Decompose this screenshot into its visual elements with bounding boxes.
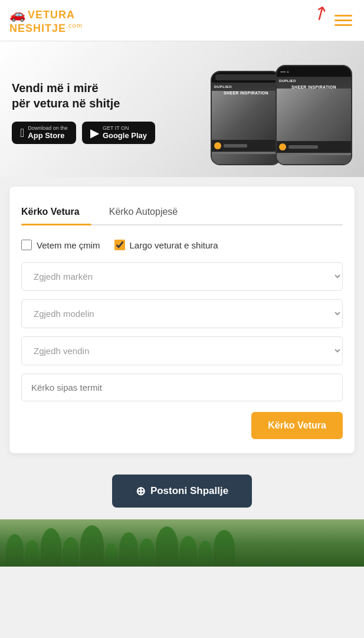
tree-10 (179, 536, 197, 567)
checkboxes-row: Vetem me çmim Largo veturat e shitura (21, 240, 343, 250)
logo-car-row: 🚗 VETURA (9, 7, 75, 22)
checkbox-vetem-me-cmim[interactable]: Vetem me çmim (21, 240, 100, 250)
tree-1 (6, 534, 24, 567)
phone-content-front: DUPLIEO SHEER INSPIRATION (277, 77, 351, 164)
bottom-landscape (0, 519, 364, 567)
car-icon: 🚗 (9, 7, 25, 22)
hamburger-line-3 (335, 24, 352, 26)
phone-back: DUPLIEO SHEER INSPIRATION (211, 71, 281, 165)
checkbox-vetem-me-cmim-label: Vetem me çmim (37, 240, 100, 250)
hamburger-line-1 (335, 15, 352, 17)
search-tabs: Kërko Vetura Kërko Autopjesë (21, 201, 343, 225)
post-shpallje-button[interactable]: ⊕ Postoni Shpallje (112, 475, 252, 508)
phone-user-row (212, 140, 280, 152)
phone-screen-back: DUPLIEO SHEER INSPIRATION (212, 72, 280, 164)
phone-search-bar (215, 74, 277, 80)
phone-header-back (212, 72, 280, 83)
tab-kerko-vetura[interactable]: Kërko Vetura (21, 201, 91, 225)
checkbox-largo-veturat-label: Largo veturat e shitura (130, 240, 218, 250)
search-form: Zgjedh markën Zgjedh modelin Zgjedh vend… (21, 262, 343, 439)
tree-8 (139, 538, 155, 567)
apple-icon:  (20, 126, 24, 140)
tree-2 (25, 540, 40, 567)
app-download-buttons:  Download on the App Store ▶ GET IT ON … (12, 122, 199, 145)
tree-6 (105, 543, 118, 567)
logo-text-top: VETURA (28, 9, 75, 20)
bottom-bar: ⊕ Postoni Shpallje (0, 463, 364, 519)
googleplay-icon: ▶ (90, 126, 99, 140)
arrow-container: ↗ (332, 12, 355, 28)
hamburger-menu-button[interactable] (332, 12, 355, 28)
googleplay-button[interactable]: ▶ GET IT ON Google Play (82, 122, 155, 145)
tree-9 (156, 526, 178, 567)
logo: 🚗 VETURA NESHITJE.com (9, 7, 83, 34)
appstore-button[interactable]:  Download on the App Store (12, 122, 76, 145)
phone-screen-front: ●●● ▲ DUPLIEO SHEER INSPIRATION (277, 66, 351, 164)
plus-icon: ⊕ (136, 484, 146, 498)
arrow-icon: ↗ (308, 0, 333, 27)
hero-phones: DUPLIEO SHEER INSPIRATION ●●● ▲ (199, 59, 352, 165)
tree-4 (63, 537, 79, 567)
phone-front: ●●● ▲ DUPLIEO SHEER INSPIRATION (276, 65, 352, 165)
phone-front-user-row (277, 141, 351, 153)
appstore-text: Download on the App Store (28, 126, 68, 140)
tree-row (0, 519, 364, 567)
phone-front-car-2 (277, 155, 351, 164)
vendin-select[interactable]: Zgjedh vendin (21, 336, 343, 365)
checkbox-largo-veturat[interactable]: Largo veturat e shitura (114, 240, 218, 250)
hero-title: Vendi më i mirë për vetura në shitje (12, 80, 199, 111)
phone-front-car-1 (277, 89, 351, 141)
tree-11 (198, 541, 212, 567)
hero-content: Vendi më i mirë për vetura në shitje  D… (12, 80, 199, 145)
phone-car-image-2 (212, 154, 280, 164)
hero-section: Vendi më i mirë për vetura në shitje  D… (0, 41, 364, 177)
tab-kerko-autopjese[interactable]: Kërko Autopjesë (109, 201, 190, 225)
phone-content-back: DUPLIEO SHEER INSPIRATION (212, 83, 280, 164)
modelin-select[interactable]: Zgjedh modelin (21, 299, 343, 328)
checkbox-largo-veturat-input[interactable] (114, 240, 125, 250)
tree-7 (119, 532, 138, 567)
phone-status-bar: ●●● ▲ (280, 68, 289, 74)
search-vetura-button[interactable]: Kërko Vetura (251, 412, 343, 439)
checkbox-vetem-me-cmim-input[interactable] (21, 240, 32, 250)
phone-header-front: ●●● ▲ (277, 66, 351, 77)
phone-car-image-1 (212, 91, 280, 140)
term-search-input[interactable] (21, 374, 343, 401)
search-section: Kërko Vetura Kërko Autopjesë Vetem me çm… (9, 187, 355, 453)
header: 🚗 VETURA NESHITJE.com ↗ (0, 0, 364, 41)
tree-5 (80, 525, 104, 567)
logo-text-bottom: NESHITJE.com (9, 22, 83, 34)
hamburger-line-2 (335, 19, 352, 21)
googleplay-text: GET IT ON Google Play (103, 126, 147, 140)
tree-3 (41, 528, 61, 567)
header-right: ↗ (332, 12, 355, 28)
tree-12 (214, 530, 235, 567)
marken-select[interactable]: Zgjedh markën (21, 262, 343, 291)
